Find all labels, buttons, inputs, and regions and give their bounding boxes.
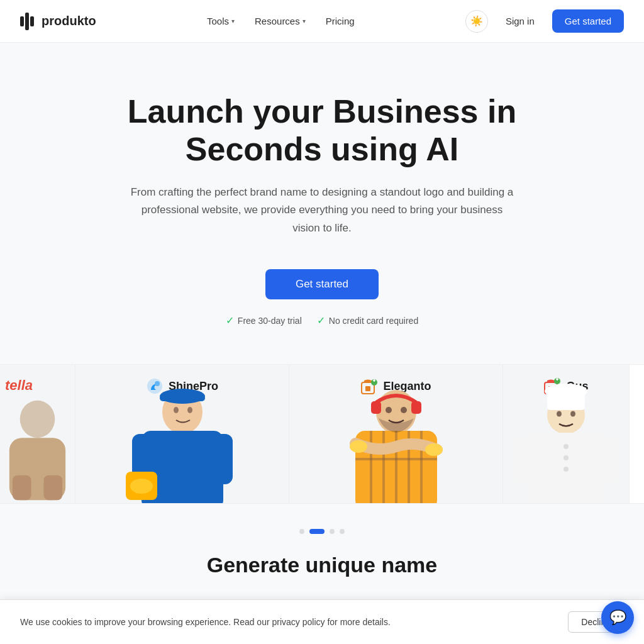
svg-point-53 [557,411,562,417]
dot [330,529,335,534]
svg-rect-6 [43,475,62,501]
svg-point-35 [350,440,367,453]
svg-point-36 [425,443,443,456]
nav-resources[interactable]: Resources ▾ [246,11,314,31]
hero-badges: ✓ Free 30-day trial ✓ No credit card req… [15,314,629,326]
svg-point-37 [386,407,392,413]
navbar: produkto Tools ▾ Resources ▾ Pricing ☀️ … [0,0,644,43]
badge-trial: ✓ Free 30-day trial [226,314,302,326]
svg-rect-33 [371,401,381,414]
svg-rect-0 [20,16,24,26]
svg-point-18 [187,407,192,413]
logo[interactable]: produkto [20,13,96,30]
hero-cta-button[interactable]: Get started [265,269,379,299]
svg-point-48 [564,444,569,449]
svg-point-3 [20,401,55,438]
eleganto-card: Eleganto [289,365,503,503]
svg-point-54 [570,411,575,417]
progress-dots [15,529,629,534]
svg-point-46 [545,384,587,399]
dot [340,529,345,534]
get-started-nav-button[interactable]: Get started [552,9,624,33]
theme-toggle-button[interactable]: ☀️ [465,10,488,33]
nav-links: Tools ▾ Resources ▾ Pricing [198,11,364,31]
svg-rect-43 [557,378,558,380]
gusto-person [503,384,629,503]
chevron-down-icon: ▾ [303,18,306,25]
shinepro-card: ShinePro [75,365,289,503]
hero-description: From crafting the perfect brand name to … [127,184,517,238]
gusto-card: Gus [503,365,630,503]
logo-icon [20,13,38,30]
shinepro-person [119,384,245,503]
nav-right: ☀️ Sign in Get started [465,9,624,33]
bottom-section: Generate unique name [0,504,644,590]
dot-active [309,529,325,534]
badge-no-card: ✓ No credit card required [317,314,418,326]
hero-section: Launch your Business in Seconds using AI… [0,43,644,364]
svg-rect-14 [214,434,233,484]
svg-rect-12 [160,395,205,401]
svg-point-38 [401,407,407,413]
nav-tools[interactable]: Tools ▾ [198,11,243,31]
svg-rect-5 [13,475,31,501]
svg-point-50 [564,467,569,472]
svg-point-17 [174,407,179,413]
svg-rect-51 [513,435,531,482]
check-icon: ✓ [317,314,325,326]
svg-rect-1 [25,13,29,30]
tella-card-partial: tella [0,365,75,503]
svg-point-16 [130,479,153,494]
hero-title: Launch your Business in Seconds using AI [102,93,542,169]
bottom-title: Generate unique name [15,553,629,577]
logos-track: tella [0,365,644,503]
logos-section: tella [0,364,644,504]
svg-point-49 [564,455,569,460]
svg-rect-34 [411,401,421,414]
nav-pricing[interactable]: Pricing [317,11,364,31]
sign-in-button[interactable]: Sign in [496,11,545,31]
check-icon: ✓ [226,314,234,326]
svg-rect-52 [601,435,619,482]
eleganto-person [333,384,459,503]
dot [299,529,304,534]
chevron-down-icon: ▾ [231,18,235,25]
svg-rect-23 [374,379,375,382]
svg-rect-2 [30,16,34,26]
